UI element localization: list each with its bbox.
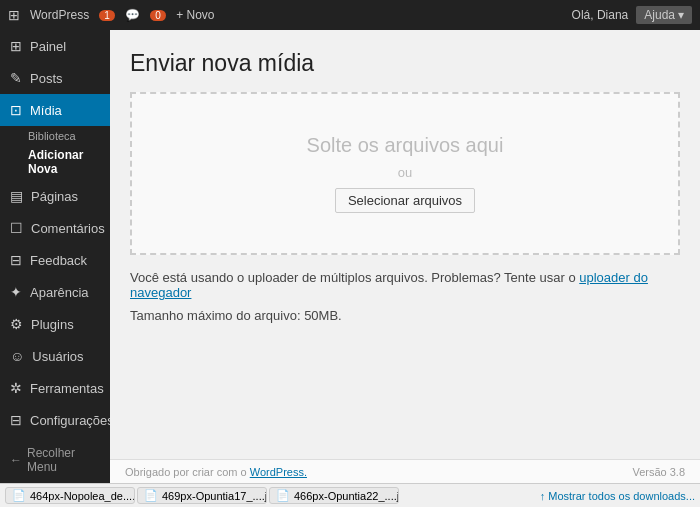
info-text: Você está usando o uploader de múltiplos… <box>130 270 680 300</box>
sidebar-item-usuarios[interactable]: ☺ Usuários <box>0 340 110 372</box>
comment-icon: 💬 <box>125 8 140 22</box>
sidebar-label-configuracoes: Configurações <box>30 413 114 428</box>
plugins-icon: ⚙ <box>10 316 23 332</box>
show-all-downloads-button[interactable]: ↑ Mostrar todos os downloads... <box>540 490 695 502</box>
recolher-icon: ← <box>10 453 22 467</box>
sidebar-item-midia[interactable]: ⊡ Mídia <box>0 94 110 126</box>
sidebar-label-usuarios: Usuários <box>32 349 83 364</box>
wp-logo-icon[interactable]: ⊞ <box>8 7 20 23</box>
sidebar-label-feedback: Feedback <box>30 253 87 268</box>
download-name-1: 469px-Opuntia17_....jpg <box>162 490 267 502</box>
sidebar-label-posts: Posts <box>30 71 63 86</box>
sidebar-item-comentarios[interactable]: ☐ Comentários <box>0 212 110 244</box>
sidebar-label-comentarios: Comentários <box>31 221 105 236</box>
download-item-2[interactable]: 📄 466px-Opuntia22_....jpg ✕ <box>269 487 399 504</box>
download-item-0[interactable]: 📄 464px-Nopolea_de....jpg ✕ <box>5 487 135 504</box>
feedback-icon: ⊟ <box>10 252 22 268</box>
footer-wp-link[interactable]: WordPress. <box>250 466 307 478</box>
recolher-menu[interactable]: ← Recolher Menu <box>0 436 110 482</box>
main-layout: ⊞ Painel ✎ Posts ⊡ Mídia Biblioteca Adic… <box>0 30 700 483</box>
file-icon-2: 📄 <box>276 489 290 502</box>
sidebar-label-painel: Painel <box>30 39 66 54</box>
footer-thanks: Obrigado por criar com o <box>125 466 250 478</box>
size-text: Tamanho máximo do arquivo: 50MB. <box>130 308 680 323</box>
download-name-0: 464px-Nopolea_de....jpg <box>30 490 135 502</box>
download-arrow-icon: ↑ <box>540 490 546 502</box>
sidebar-sub-adicionar-nova[interactable]: Adicionar Nova <box>0 144 110 180</box>
sidebar-label-midia: Mídia <box>30 103 62 118</box>
painel-icon: ⊞ <box>10 38 22 54</box>
sidebar-label-ferramentas: Ferramentas <box>30 381 104 396</box>
file-icon-1: 📄 <box>144 489 158 502</box>
sidebar-label-aparencia: Aparência <box>30 285 89 300</box>
sidebar-item-posts[interactable]: ✎ Posts <box>0 62 110 94</box>
ferramentas-icon: ✲ <box>10 380 22 396</box>
downloads-bar: 📄 464px-Nopolea_de....jpg ✕ 📄 469px-Opun… <box>0 483 700 507</box>
site-name[interactable]: WordPress <box>30 8 89 22</box>
sidebar-item-aparencia[interactable]: ✦ Aparência <box>0 276 110 308</box>
sidebar: ⊞ Painel ✎ Posts ⊡ Mídia Biblioteca Adic… <box>0 30 110 483</box>
sidebar-item-configuracoes[interactable]: ⊟ Configurações <box>0 404 110 436</box>
user-greeting: Olá, Diana <box>572 8 629 22</box>
sidebar-section-biblioteca: Biblioteca <box>0 126 110 144</box>
page-title: Enviar nova mídia <box>130 50 680 77</box>
download-name-2: 466px-Opuntia22_....jpg <box>294 490 399 502</box>
configuracoes-icon: ⊟ <box>10 412 22 428</box>
main-wrapper: Enviar nova mídia Solte os arquivos aqui… <box>110 30 700 483</box>
drop-text: Solte os arquivos aqui <box>307 134 504 157</box>
paginas-icon: ▤ <box>10 188 23 204</box>
sidebar-label-plugins: Plugins <box>31 317 74 332</box>
download-item-1[interactable]: 📄 469px-Opuntia17_....jpg ✕ <box>137 487 267 504</box>
file-icon-0: 📄 <box>12 489 26 502</box>
sidebar-item-paginas[interactable]: ▤ Páginas <box>0 180 110 212</box>
new-button[interactable]: + Novo <box>176 8 214 22</box>
top-bar: ⊞ WordPress 1 💬 0 + Novo Olá, Diana Ajud… <box>0 0 700 30</box>
select-files-button[interactable]: Selecionar arquivos <box>335 188 475 213</box>
version-text: Versão 3.8 <box>632 466 685 478</box>
usuarios-icon: ☺ <box>10 348 24 364</box>
sidebar-label-paginas: Páginas <box>31 189 78 204</box>
upload-drop-area[interactable]: Solte os arquivos aqui ou Selecionar arq… <box>130 92 680 255</box>
comentarios-icon: ☐ <box>10 220 23 236</box>
sidebar-item-feedback[interactable]: ⊟ Feedback <box>0 244 110 276</box>
messages-badge[interactable]: 0 <box>150 10 166 21</box>
aparencia-icon: ✦ <box>10 284 22 300</box>
sidebar-item-plugins[interactable]: ⚙ Plugins <box>0 308 110 340</box>
comments-badge[interactable]: 1 <box>99 10 115 21</box>
sidebar-item-painel[interactable]: ⊞ Painel <box>0 30 110 62</box>
or-text: ou <box>398 165 412 180</box>
sidebar-item-ferramentas[interactable]: ✲ Ferramentas <box>0 372 110 404</box>
posts-icon: ✎ <box>10 70 22 86</box>
main-content: Enviar nova mídia Solte os arquivos aqui… <box>110 30 700 459</box>
help-button[interactable]: Ajuda ▾ <box>636 6 692 24</box>
footer-bar: Obrigado por criar com o WordPress. Vers… <box>110 459 700 483</box>
midia-icon: ⊡ <box>10 102 22 118</box>
